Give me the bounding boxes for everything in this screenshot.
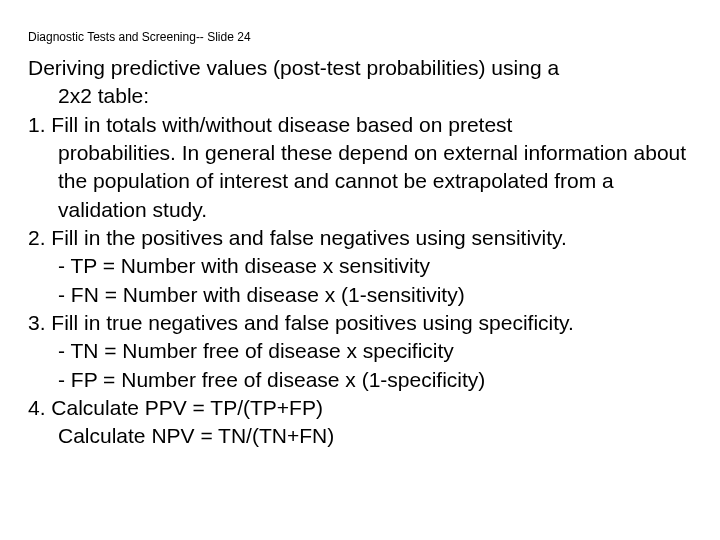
- item-number: 4.: [28, 396, 46, 419]
- slide-header: Diagnostic Tests and Screening-- Slide 2…: [28, 30, 692, 44]
- item-number: 2.: [28, 226, 46, 249]
- item-number: 3.: [28, 311, 46, 334]
- item-text-first: Fill in the positives and false negative…: [51, 226, 567, 249]
- slide-title-line2: 2x2 table:: [28, 82, 692, 110]
- item-text-first: Fill in true negatives and false positiv…: [51, 311, 574, 334]
- item-sub: - TN = Number free of disease x specific…: [28, 337, 692, 365]
- item-text-rest: probabilities. In general these depend o…: [28, 139, 692, 224]
- slide-title-line1: Deriving predictive values (post-test pr…: [28, 54, 692, 82]
- item-sub: - TP = Number with disease x sensitivity: [28, 252, 692, 280]
- item-sub: - FP = Number free of disease x (1-speci…: [28, 366, 692, 394]
- item-text-first: Fill in totals with/without disease base…: [51, 113, 512, 136]
- item-sub: Calculate NPV = TN/(TN+FN): [28, 422, 692, 450]
- list-item: 1. Fill in totals with/without disease b…: [28, 111, 692, 224]
- list-item: 3. Fill in true negatives and false posi…: [28, 309, 692, 394]
- item-sub: - FN = Number with disease x (1-sensitiv…: [28, 281, 692, 309]
- list-item: 2. Fill in the positives and false negat…: [28, 224, 692, 309]
- list-item: 4. Calculate PPV = TP/(TP+FP) Calculate …: [28, 394, 692, 451]
- item-text-first: Calculate PPV = TP/(TP+FP): [51, 396, 323, 419]
- item-number: 1.: [28, 113, 46, 136]
